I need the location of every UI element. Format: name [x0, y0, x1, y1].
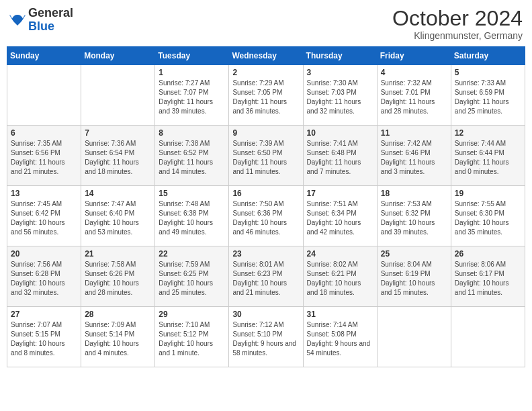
calendar-cell: 25Sunrise: 8:04 AM Sunset: 6:19 PM Dayli…: [377, 246, 451, 307]
day-number: 30: [232, 310, 299, 319]
calendar-cell: 27Sunrise: 7:07 AM Sunset: 5:15 PM Dayli…: [7, 307, 81, 367]
day-info: Sunrise: 8:06 AM Sunset: 6:17 PM Dayligh…: [455, 260, 521, 298]
header-friday: Friday: [377, 47, 451, 65]
calendar-cell: 11Sunrise: 7:42 AM Sunset: 6:46 PM Dayli…: [377, 126, 451, 186]
day-number: 9: [232, 128, 299, 138]
header-tuesday: Tuesday: [155, 47, 229, 65]
day-info: Sunrise: 7:27 AM Sunset: 7:07 PM Dayligh…: [159, 79, 225, 116]
day-number: 21: [85, 249, 151, 259]
day-info: Sunrise: 7:58 AM Sunset: 6:26 PM Dayligh…: [85, 260, 151, 298]
location-title: Klingenmunster, Germany: [392, 30, 523, 41]
day-number: 10: [307, 128, 373, 138]
calendar-week-2: 6Sunrise: 7:35 AM Sunset: 6:56 PM Daylig…: [7, 126, 525, 186]
day-info: Sunrise: 7:29 AM Sunset: 7:05 PM Dayligh…: [232, 79, 299, 116]
day-info: Sunrise: 7:30 AM Sunset: 7:03 PM Dayligh…: [307, 79, 373, 116]
header-thursday: Thursday: [303, 47, 377, 65]
calendar-cell: 6Sunrise: 7:35 AM Sunset: 6:56 PM Daylig…: [7, 126, 81, 186]
day-number: 2: [232, 68, 299, 77]
day-info: Sunrise: 7:33 AM Sunset: 6:59 PM Dayligh…: [455, 79, 521, 116]
calendar-cell: 29Sunrise: 7:10 AM Sunset: 5:12 PM Dayli…: [155, 307, 229, 367]
day-info: Sunrise: 7:36 AM Sunset: 6:54 PM Dayligh…: [85, 139, 151, 177]
day-number: 11: [381, 128, 447, 138]
day-number: 14: [85, 189, 151, 198]
day-info: Sunrise: 7:09 AM Sunset: 5:14 PM Dayligh…: [85, 320, 151, 358]
calendar-cell: 5Sunrise: 7:33 AM Sunset: 6:59 PM Daylig…: [451, 65, 525, 126]
day-info: Sunrise: 7:38 AM Sunset: 6:52 PM Dayligh…: [159, 139, 225, 177]
day-number: 8: [159, 128, 225, 138]
header-monday: Monday: [81, 47, 155, 65]
day-number: 3: [307, 68, 373, 77]
calendar-week-3: 13Sunrise: 7:45 AM Sunset: 6:42 PM Dayli…: [7, 186, 525, 246]
calendar-cell: 14Sunrise: 7:47 AM Sunset: 6:40 PM Dayli…: [81, 186, 155, 246]
day-number: 28: [85, 310, 151, 319]
header-sunday: Sunday: [7, 47, 81, 65]
day-number: 5: [455, 68, 521, 77]
calendar-cell: [7, 65, 81, 126]
calendar-cell: 22Sunrise: 7:59 AM Sunset: 6:25 PM Dayli…: [155, 246, 229, 307]
day-info: Sunrise: 7:07 AM Sunset: 5:15 PM Dayligh…: [11, 320, 77, 358]
calendar-header: Sunday Monday Tuesday Wednesday Thursday…: [7, 47, 525, 65]
month-title: October 2024: [392, 7, 523, 30]
day-number: 7: [85, 128, 151, 138]
day-info: Sunrise: 8:01 AM Sunset: 6:23 PM Dayligh…: [232, 260, 299, 298]
calendar-cell: 2Sunrise: 7:29 AM Sunset: 7:05 PM Daylig…: [229, 65, 303, 126]
calendar-cell: 4Sunrise: 7:32 AM Sunset: 7:01 PM Daylig…: [377, 65, 451, 126]
day-number: 1: [159, 68, 225, 77]
title-block: October 2024 Klingenmunster, Germany: [392, 7, 523, 41]
day-info: Sunrise: 7:55 AM Sunset: 6:30 PM Dayligh…: [455, 199, 521, 237]
day-info: Sunrise: 7:50 AM Sunset: 6:36 PM Dayligh…: [232, 199, 299, 237]
day-info: Sunrise: 7:59 AM Sunset: 6:25 PM Dayligh…: [159, 260, 225, 298]
day-info: Sunrise: 7:41 AM Sunset: 6:48 PM Dayligh…: [307, 139, 373, 177]
day-info: Sunrise: 7:39 AM Sunset: 6:50 PM Dayligh…: [232, 139, 299, 177]
day-number: 16: [232, 189, 299, 198]
day-number: 18: [381, 189, 447, 198]
page-header: General Blue October 2024 Klingenmunster…: [7, 7, 525, 41]
logo-blue: Blue: [28, 20, 73, 34]
day-info: Sunrise: 7:48 AM Sunset: 6:38 PM Dayligh…: [159, 199, 225, 237]
day-number: 25: [381, 249, 447, 259]
calendar-cell: 12Sunrise: 7:44 AM Sunset: 6:44 PM Dayli…: [451, 126, 525, 186]
calendar-cell: [451, 307, 525, 367]
calendar-cell: 10Sunrise: 7:41 AM Sunset: 6:48 PM Dayli…: [303, 126, 377, 186]
calendar-cell: 3Sunrise: 7:30 AM Sunset: 7:03 PM Daylig…: [303, 65, 377, 126]
day-number: 17: [307, 189, 373, 198]
day-info: Sunrise: 7:32 AM Sunset: 7:01 PM Dayligh…: [381, 79, 447, 116]
day-number: 13: [11, 189, 77, 198]
day-number: 12: [455, 128, 521, 138]
calendar-cell: 9Sunrise: 7:39 AM Sunset: 6:50 PM Daylig…: [229, 126, 303, 186]
calendar-week-4: 20Sunrise: 7:56 AM Sunset: 6:28 PM Dayli…: [7, 246, 525, 307]
calendar-cell: 28Sunrise: 7:09 AM Sunset: 5:14 PM Dayli…: [81, 307, 155, 367]
weekday-row: Sunday Monday Tuesday Wednesday Thursday…: [7, 47, 525, 65]
day-info: Sunrise: 7:44 AM Sunset: 6:44 PM Dayligh…: [455, 139, 521, 177]
day-number: 19: [455, 189, 521, 198]
day-info: Sunrise: 7:12 AM Sunset: 5:10 PM Dayligh…: [232, 320, 299, 358]
day-number: 29: [159, 310, 225, 319]
calendar-cell: 13Sunrise: 7:45 AM Sunset: 6:42 PM Dayli…: [7, 186, 81, 246]
calendar-cell: 1Sunrise: 7:27 AM Sunset: 7:07 PM Daylig…: [155, 65, 229, 126]
day-info: Sunrise: 7:51 AM Sunset: 6:34 PM Dayligh…: [307, 199, 373, 237]
calendar-cell: 8Sunrise: 7:38 AM Sunset: 6:52 PM Daylig…: [155, 126, 229, 186]
day-number: 27: [11, 310, 77, 319]
day-number: 22: [159, 249, 225, 259]
day-number: 31: [307, 310, 373, 319]
calendar-cell: 26Sunrise: 8:06 AM Sunset: 6:17 PM Dayli…: [451, 246, 525, 307]
calendar-cell: 24Sunrise: 8:02 AM Sunset: 6:21 PM Dayli…: [303, 246, 377, 307]
calendar-cell: 19Sunrise: 7:55 AM Sunset: 6:30 PM Dayli…: [451, 186, 525, 246]
calendar-cell: 23Sunrise: 8:01 AM Sunset: 6:23 PM Dayli…: [229, 246, 303, 307]
day-info: Sunrise: 7:56 AM Sunset: 6:28 PM Dayligh…: [11, 260, 77, 298]
day-number: 15: [159, 189, 225, 198]
calendar-week-5: 27Sunrise: 7:07 AM Sunset: 5:15 PM Dayli…: [7, 307, 525, 367]
logo-general: General: [28, 7, 73, 20]
header-wednesday: Wednesday: [229, 47, 303, 65]
calendar-cell: 30Sunrise: 7:12 AM Sunset: 5:10 PM Dayli…: [229, 307, 303, 367]
calendar-body: 1Sunrise: 7:27 AM Sunset: 7:07 PM Daylig…: [7, 65, 525, 367]
calendar-cell: 18Sunrise: 7:53 AM Sunset: 6:32 PM Dayli…: [377, 186, 451, 246]
day-info: Sunrise: 7:42 AM Sunset: 6:46 PM Dayligh…: [381, 139, 447, 177]
calendar-cell: 16Sunrise: 7:50 AM Sunset: 6:36 PM Dayli…: [229, 186, 303, 246]
day-info: Sunrise: 7:47 AM Sunset: 6:40 PM Dayligh…: [85, 199, 151, 237]
logo-icon: [9, 12, 26, 28]
calendar-cell: 15Sunrise: 7:48 AM Sunset: 6:38 PM Dayli…: [155, 186, 229, 246]
calendar-cell: [377, 307, 451, 367]
day-number: 23: [232, 249, 299, 259]
calendar-cell: 21Sunrise: 7:58 AM Sunset: 6:26 PM Dayli…: [81, 246, 155, 307]
